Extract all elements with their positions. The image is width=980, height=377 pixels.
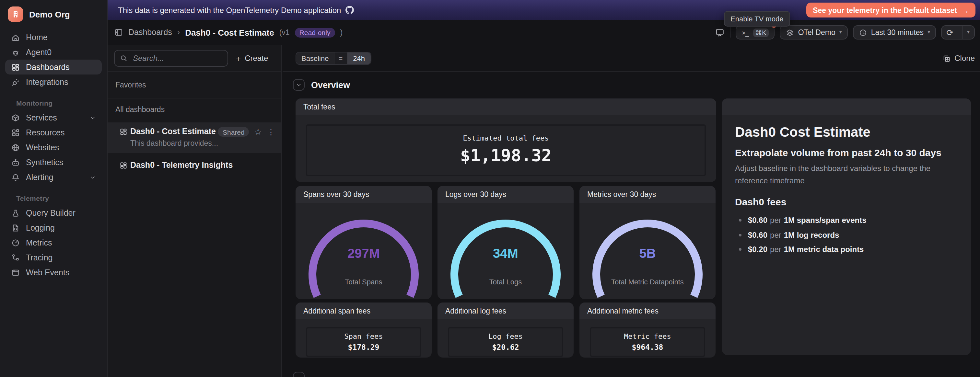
shortcut-badge: ⌘K <box>753 28 769 36</box>
stat-value: $178.29 <box>307 343 420 352</box>
dashboard-title: Dash0 - Cost Estimate <box>130 127 216 136</box>
readonly-badge: Read-only <box>295 27 335 37</box>
clone-label: Clone <box>955 54 975 63</box>
org-logo <box>8 6 23 22</box>
panel-total-fees: Total fees Estimated total fees $1,198.3… <box>296 98 716 182</box>
fee-price: $0.60 <box>748 216 767 225</box>
favorite-star-icon[interactable]: ☆ <box>255 128 262 136</box>
panel-body: Estimated total fees $1,198.32 <box>296 115 716 182</box>
layers-icon <box>786 28 794 36</box>
panel-body: 34M Total Logs <box>438 203 574 299</box>
sidebar-item-query-builder[interactable]: Query Builder <box>5 205 102 220</box>
fee-list-item: $0.60 per 1M log records <box>735 228 958 242</box>
variable-value: 24h <box>347 52 371 64</box>
divider <box>108 98 281 98</box>
gauge-icon <box>11 238 20 247</box>
sidebar-item-label: Query Builder <box>26 208 75 217</box>
sidebar-item-label: Agent0 <box>26 48 51 57</box>
breadcrumb-root[interactable]: Dashboards <box>128 28 172 37</box>
terminal-prompt-icon: >_ <box>741 29 749 36</box>
github-icon[interactable] <box>345 6 354 14</box>
sidebar-item-resources[interactable]: Resources <box>5 125 102 140</box>
page-header: Dashboards › Dash0 - Cost Estimate (v1 R… <box>108 20 980 45</box>
sidebar-item-label: Websites <box>26 143 59 152</box>
sidebar-item-label: Logging <box>26 223 55 232</box>
robot-icon <box>11 158 20 167</box>
command-palette-button[interactable]: >_ ⌘K <box>736 25 775 40</box>
panel-cost-estimate-notes: Dash0 Cost Estimate Extrapolate volume f… <box>722 98 971 355</box>
panel-title: Logs over 30 days <box>438 186 574 203</box>
markdown-subtitle: Extrapolate volume from past 24h to 30 d… <box>735 147 958 158</box>
stat-label: Metric fees <box>591 332 704 341</box>
fees-heading: Dash0 fees <box>735 196 958 207</box>
kebab-menu-icon[interactable]: ⋮ <box>267 128 275 136</box>
sidebar-item-label: Dashboards <box>26 62 70 71</box>
refresh-menu-button[interactable]: ▾ <box>962 26 974 39</box>
dataset-value: OTel Demo <box>798 29 835 36</box>
sidebar-item-metrics[interactable]: Metrics <box>5 235 102 250</box>
blocks-icon <box>11 128 20 137</box>
clock-icon <box>859 28 867 36</box>
panel-metrics-gauge: Metrics over 30 days 5B Total Metric Dat… <box>579 186 716 299</box>
search-icon <box>120 54 128 62</box>
dashboard-list-item-telemetry-insights[interactable]: Dash0 - Telemetry Insights <box>108 157 281 175</box>
gauge-label: Total Metric Datapoints <box>579 278 716 286</box>
trace-icon <box>11 253 20 262</box>
overview-section-header: Overview <box>293 79 350 91</box>
stat-label: Log fees <box>449 332 562 341</box>
panel-title <box>722 98 971 115</box>
dataset-select[interactable]: OTel Demo ▾ <box>780 25 848 40</box>
sidebar-item-web-events[interactable]: Web Events <box>5 265 102 280</box>
building-icon <box>11 10 20 19</box>
sidebar-item-label: Tracing <box>26 253 52 262</box>
dashboard-list-item-cost-estimate[interactable]: Dash0 - Cost Estimate Shared ☆ ⋮ This da… <box>108 122 281 153</box>
favorites-heading: Favorites <box>115 81 146 89</box>
clone-icon <box>942 54 950 62</box>
refresh-button[interactable]: ⟳ <box>942 26 958 39</box>
variable-operator: = <box>334 52 347 64</box>
caret-down-icon: ▾ <box>928 30 930 35</box>
clone-button[interactable]: Clone <box>942 52 975 65</box>
sidebar-nav: Home Agent0 Dashboards <box>0 25 107 280</box>
globe-icon <box>11 143 20 152</box>
fee-per: per <box>770 245 781 254</box>
sidebar-item-label: Metrics <box>26 238 52 247</box>
caret-down-icon: ▾ <box>967 30 970 35</box>
sidebar-item-synthetics[interactable]: Synthetics <box>5 155 102 170</box>
stat-value: $1,198.32 <box>307 146 705 165</box>
collapse-section-button[interactable] <box>293 79 305 91</box>
sidebar-item-home[interactable]: Home <box>5 30 102 45</box>
dashboard-icon <box>119 161 128 170</box>
cube-icon <box>11 113 20 122</box>
create-dashboard-button[interactable]: + Create <box>236 54 268 63</box>
sidebar-item-integrations[interactable]: Integrations <box>5 74 102 89</box>
caret-down-icon: ▾ <box>839 30 842 35</box>
search-row: + Create <box>114 50 277 67</box>
fee-list-item: $0.20 per 1M metric data points <box>735 242 958 257</box>
divider <box>283 71 980 72</box>
baseline-variable-chip[interactable]: Baseline = 24h <box>296 52 371 65</box>
fees-list: $0.60 per 1M spans/span events $0.60 per… <box>735 213 958 257</box>
log-fees-stat: Log fees $20.62 <box>448 327 563 357</box>
time-range-select[interactable]: Last 30 minutes ▾ <box>853 25 936 40</box>
panel-spans-gauge: Spans over 30 days 297M Total Spans <box>296 186 432 299</box>
org-switcher[interactable]: Demo Org <box>0 0 107 25</box>
sidebar-item-tracing[interactable]: Tracing <box>5 250 102 265</box>
panel-title: Additional log fees <box>438 303 574 319</box>
see-telemetry-button[interactable]: See your telemetry in the Default datase… <box>806 3 975 17</box>
breadcrumb-current: Dash0 - Cost Estimate <box>185 27 274 37</box>
sidebar-item-dashboards[interactable]: Dashboards <box>5 60 102 74</box>
sidebar-section-telemetry: Telemetry <box>5 185 102 205</box>
sidebar-item-services[interactable]: Services <box>5 110 102 125</box>
sidebar-item-logging[interactable]: Logging <box>5 220 102 235</box>
search-input[interactable] <box>132 53 222 63</box>
dashboard-subtitle: This dashboard provides... <box>130 139 218 147</box>
sidebar-item-agent0[interactable]: Agent0 <box>5 45 102 60</box>
sidebar-item-label: Alerting <box>26 173 54 182</box>
collapse-section-button[interactable] <box>293 372 305 377</box>
tv-mode-icon[interactable] <box>715 27 725 37</box>
panel-collapse-icon[interactable] <box>114 28 123 37</box>
shared-badge: Shared <box>218 127 249 137</box>
sidebar-item-websites[interactable]: Websites <box>5 140 102 155</box>
sidebar-item-alerting[interactable]: Alerting <box>5 170 102 185</box>
